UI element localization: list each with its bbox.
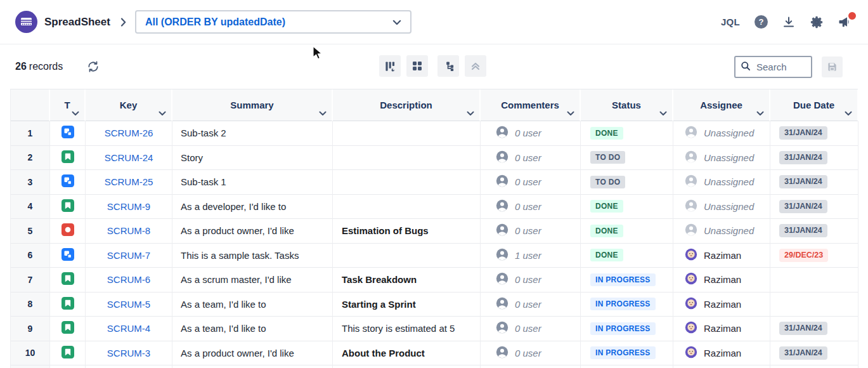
description-cell[interactable] — [333, 146, 481, 171]
summary-cell[interactable]: As a scrum master, I'd like — [172, 268, 333, 292]
description-cell[interactable]: Task Breakdown — [333, 268, 481, 292]
issue-key-cell[interactable]: SCRUM-5 — [86, 292, 172, 317]
issue-type-cell[interactable] — [50, 244, 86, 268]
issue-key-cell[interactable]: SCRUM-9 — [86, 195, 172, 220]
commenters-cell[interactable]: 0 user — [481, 268, 581, 292]
status-cell[interactable]: TO DO — [581, 170, 673, 195]
summary-cell[interactable]: Sub-task 2 — [172, 121, 333, 146]
due-date-cell[interactable]: 31/JAN/24 — [770, 317, 858, 341]
description-cell[interactable]: About the Product — [333, 341, 481, 366]
assignee-cell[interactable]: Unassigned — [673, 219, 770, 244]
assignee-cell[interactable]: Unassigned — [673, 195, 770, 220]
summary-cell[interactable]: As a team, I'd like to — [172, 292, 333, 317]
commenters-cell[interactable]: 0 user — [481, 195, 581, 220]
status-cell[interactable]: TO DO — [581, 146, 673, 171]
issue-key-cell[interactable]: SCRUM-8 — [86, 219, 172, 244]
issue-type-cell[interactable] — [50, 341, 86, 366]
summary-cell[interactable]: As a product owner, I'd like — [172, 341, 333, 366]
issue-key-cell[interactable]: SCRUM-6 — [86, 268, 172, 292]
assignee-cell[interactable]: Unassigned — [673, 146, 770, 171]
assignee-cell[interactable]: Unassigned — [673, 121, 770, 146]
description-cell[interactable] — [333, 244, 481, 268]
assignee-cell[interactable]: Raziman — [673, 317, 770, 341]
collapse-all-button[interactable] — [465, 55, 486, 77]
status-cell[interactable]: DONE — [581, 219, 673, 244]
due-date-cell[interactable]: 31/JAN/24 — [770, 195, 858, 220]
column-header-summary[interactable]: Summary — [172, 89, 333, 121]
column-header-due-date[interactable]: Due Date — [770, 89, 858, 121]
issue-key-link[interactable]: SCRUM-7 — [107, 250, 150, 261]
download-icon[interactable] — [782, 16, 795, 29]
issue-type-cell[interactable] — [50, 317, 86, 341]
commenters-cell[interactable]: 0 user — [481, 219, 581, 244]
summary-cell[interactable]: Story — [172, 146, 333, 171]
settings-gear-icon[interactable] — [810, 15, 824, 29]
issue-type-cell[interactable] — [50, 219, 86, 244]
filter-dropdown[interactable]: All (ORDER BY updatedDate) — [135, 10, 411, 34]
assignee-cell[interactable]: Raziman — [673, 341, 770, 366]
announcements-megaphone-icon[interactable] — [838, 15, 853, 29]
description-cell[interactable] — [333, 195, 481, 220]
status-cell[interactable]: IN PROGRESS — [581, 292, 673, 317]
column-menu-chevron-icon[interactable] — [72, 111, 79, 116]
column-header-commenters[interactable]: Commenters — [481, 89, 581, 121]
column-menu-chevron-icon[interactable] — [159, 111, 166, 116]
issue-type-cell[interactable] — [50, 146, 86, 171]
issue-key-cell[interactable]: SCRUM-24 — [86, 146, 172, 171]
due-date-cell[interactable] — [770, 365, 858, 368]
description-cell[interactable] — [333, 365, 481, 368]
summary-cell[interactable]: As a team, I'd like to — [172, 317, 333, 341]
column-menu-chevron-icon[interactable] — [659, 111, 667, 116]
assignee-cell[interactable]: Raziman — [673, 292, 770, 317]
issue-key-link[interactable]: SCRUM-26 — [105, 128, 153, 138]
issue-type-cell[interactable] — [50, 365, 86, 368]
description-cell[interactable] — [333, 121, 481, 146]
commenters-cell[interactable]: 1 user — [481, 244, 581, 268]
summary-cell[interactable] — [172, 365, 333, 368]
status-cell[interactable]: DONE — [581, 195, 673, 220]
card-view-button[interactable] — [406, 55, 428, 77]
issue-key-cell[interactable]: SCRUM-4 — [86, 317, 172, 341]
issue-key-cell[interactable] — [86, 365, 172, 368]
issue-type-cell[interactable] — [50, 170, 86, 195]
issue-key-link[interactable]: SCRUM-3 — [107, 348, 150, 358]
assignee-cell[interactable] — [673, 365, 770, 368]
save-button[interactable] — [822, 56, 843, 77]
summary-cell[interactable]: Sub-task 1 — [172, 170, 333, 195]
column-header-key[interactable]: Key — [86, 89, 172, 121]
commenters-cell[interactable] — [481, 365, 581, 368]
column-menu-chevron-icon[interactable] — [756, 111, 764, 116]
issue-key-link[interactable]: SCRUM-25 — [105, 176, 153, 187]
summary-cell[interactable]: This is a sample task. Tasks — [172, 244, 333, 268]
due-date-cell[interactable]: 31/JAN/24 — [770, 121, 858, 146]
help-icon[interactable]: ? — [755, 15, 768, 29]
due-date-cell[interactable]: 31/JAN/24 — [770, 219, 858, 244]
column-menu-chevron-icon[interactable] — [319, 111, 327, 116]
commenters-cell[interactable]: 0 user — [481, 317, 581, 341]
column-header-status[interactable]: Status — [581, 89, 673, 121]
assignee-cell[interactable]: Raziman — [673, 244, 770, 268]
column-header-t[interactable]: T — [50, 89, 86, 121]
assignee-cell[interactable]: Raziman — [673, 268, 770, 292]
status-cell[interactable] — [581, 365, 673, 368]
description-cell[interactable] — [333, 170, 481, 195]
due-date-cell[interactable] — [770, 292, 858, 317]
issue-key-link[interactable]: SCRUM-4 — [107, 323, 150, 334]
commenters-cell[interactable]: 0 user — [481, 292, 581, 317]
column-header-description[interactable]: Description — [333, 89, 481, 121]
issue-key-link[interactable]: SCRUM-9 — [107, 201, 150, 212]
issue-key-link[interactable]: SCRUM-24 — [105, 152, 153, 163]
refresh-icon[interactable] — [87, 60, 100, 73]
issue-type-cell[interactable] — [50, 121, 86, 146]
due-date-cell[interactable] — [770, 268, 858, 292]
commenters-cell[interactable]: 0 user — [481, 170, 581, 195]
search-input[interactable] — [755, 61, 806, 73]
description-cell[interactable]: Estimation of Bugs — [333, 219, 481, 244]
issue-key-cell[interactable]: SCRUM-25 — [86, 170, 172, 195]
due-date-cell[interactable]: 31/JAN/24 — [770, 341, 858, 366]
status-cell[interactable]: IN PROGRESS — [581, 268, 673, 292]
issue-type-cell[interactable] — [50, 292, 86, 317]
issue-key-cell[interactable]: SCRUM-3 — [86, 341, 172, 366]
hierarchy-view-button[interactable] — [437, 55, 459, 77]
description-cell[interactable]: This story is estimated at 5 — [333, 317, 481, 341]
